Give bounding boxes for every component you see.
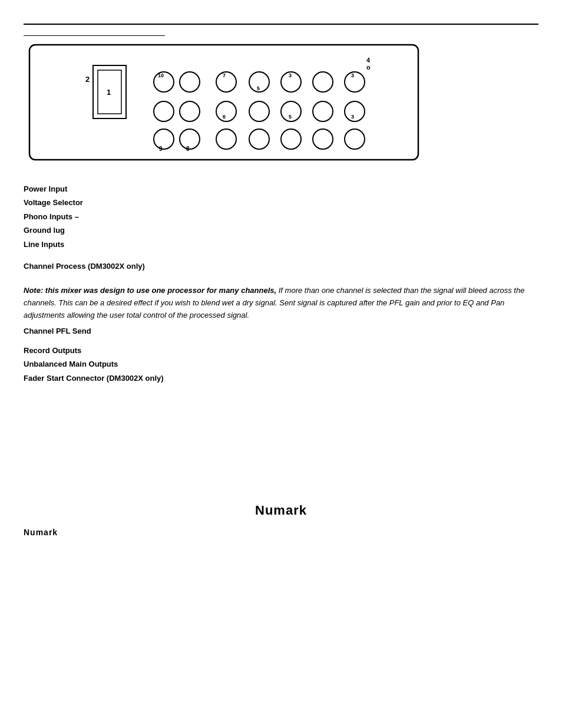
ground-lug-label: Ground lug <box>24 223 538 237</box>
content-section: Power Input Voltage Selector Phono Input… <box>24 182 538 537</box>
svg-point-35 <box>281 129 301 149</box>
voltage-selector-label: Voltage Selector <box>24 196 538 209</box>
svg-point-20 <box>180 101 200 121</box>
phono-inputs-label: Phono Inputs – <box>24 210 538 223</box>
svg-text:o: o <box>366 64 371 71</box>
svg-text:3: 3 <box>289 73 292 78</box>
page-container: 2 1 4 o 10 7 5 3 <box>0 24 562 728</box>
note-bold-text: Note: this mixer was design to use one p… <box>24 286 276 295</box>
svg-text:9: 9 <box>159 146 163 152</box>
svg-text:2: 2 <box>85 75 90 84</box>
channel-pfl-label: Channel PFL Send <box>24 327 538 335</box>
fader-start-label: Fader Start Connector (DM3002X only) <box>24 371 164 385</box>
short-rule <box>24 35 165 36</box>
record-outputs-label: Record Outputs <box>24 344 538 357</box>
numark-center-label: Numark <box>24 503 538 518</box>
svg-text:7: 7 <box>223 73 226 78</box>
diagram-section: 2 1 4 o 10 7 5 3 <box>24 42 538 168</box>
svg-text:3: 3 <box>351 73 354 78</box>
panel-diagram-svg: 2 1 4 o 10 7 5 3 <box>24 42 424 166</box>
line-inputs-label: Line Inputs <box>24 238 538 251</box>
svg-point-10 <box>216 72 236 92</box>
svg-point-33 <box>216 129 236 149</box>
svg-text:1: 1 <box>107 88 111 97</box>
svg-point-16 <box>313 72 333 92</box>
svg-text:3: 3 <box>351 114 354 120</box>
svg-text:5: 5 <box>257 85 260 91</box>
power-input-label: Power Input <box>24 182 538 196</box>
svg-text:6: 6 <box>223 114 226 120</box>
svg-point-9 <box>180 72 200 92</box>
svg-point-27 <box>345 101 365 121</box>
svg-point-37 <box>345 129 365 149</box>
svg-point-17 <box>345 72 365 92</box>
fader-row: Fader Start Connector (DM3002X only) Num… <box>24 371 538 385</box>
channel-process-label: Channel Process (DM3002X only) <box>24 259 538 273</box>
svg-point-34 <box>249 129 269 149</box>
top-rule <box>24 24 538 25</box>
svg-point-19 <box>154 101 174 121</box>
svg-point-36 <box>313 129 333 149</box>
svg-text:5: 5 <box>289 114 292 120</box>
svg-text:4: 4 <box>366 57 371 64</box>
svg-point-23 <box>249 101 269 121</box>
svg-text:10: 10 <box>158 73 164 78</box>
svg-point-29 <box>154 129 174 149</box>
unbalanced-main-label: Unbalanced Main Outputs <box>24 357 538 371</box>
svg-text:8: 8 <box>186 146 190 152</box>
note-block: Note: this mixer was design to use one p… <box>24 285 538 321</box>
svg-point-31 <box>180 129 200 149</box>
numark-bottom-left-label: Numark <box>24 528 538 537</box>
svg-point-26 <box>313 101 333 121</box>
svg-point-21 <box>216 101 236 121</box>
